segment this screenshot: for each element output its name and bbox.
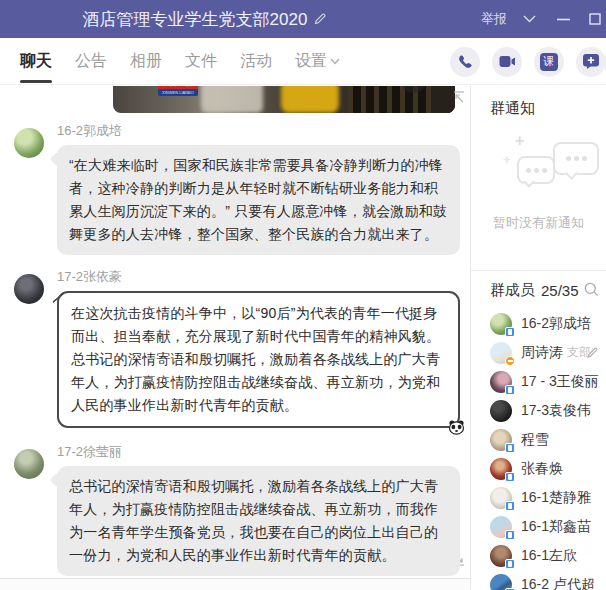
member-name: 16-2郭成培 [521,315,591,333]
member-row[interactable]: 张春焕 [471,454,606,483]
member-row[interactable]: 17-3袁俊伟 [471,396,606,425]
members-title: 群成员 [490,281,535,300]
decor-bubble-icon [517,156,555,184]
member-avatar [490,371,512,393]
member-avatar [490,400,512,422]
member-name: 张春焕 [521,460,563,478]
member-name: 16-1左欣 [521,547,577,565]
member-name: 程雪 [521,431,549,449]
mobile-online-badge [505,472,515,482]
message-sender: 17-2徐莹丽 [57,443,470,461]
titlebar-chevron-down-icon[interactable] [518,0,540,38]
maximize-button[interactable] [584,0,606,38]
member-avatar [490,458,512,480]
mobile-online-badge [505,559,515,569]
chat-message: 16-2郭成培 “在大难来临时，国家和民族非常需要具备冷静判断力的冲锋者，这种冷… [0,122,470,255]
bubble-tail [50,473,64,487]
no-notice-text: 暂时没有新通知 [471,214,606,232]
member-avatar [490,545,512,567]
group-chat-window: 酒店管理专业学生党支部2020 举报 聊天 公告 相册 文件 活动 [0,0,606,590]
tab-settings[interactable]: 设置 [295,38,340,85]
message-bubble[interactable]: “在大难来临时，国家和民族非常需要具备冷静判断力的冲锋者，这种冷静的判断力是从年… [57,145,460,255]
tab-activity[interactable]: 活动 [240,38,272,85]
report-button[interactable]: 举报 [481,0,507,38]
tab-announcement-label: 公告 [75,51,107,72]
bubble-tail [50,152,64,166]
tab-files[interactable]: 文件 [185,38,217,85]
video-thumb-figure [201,86,263,113]
tabs: 聊天 公告 相册 文件 活动 设置 [20,38,340,85]
section-divider [471,270,606,271]
news-logo-subtext: XINWEN LIANBO [158,89,198,96]
mobile-online-badge [505,327,515,337]
decor-plus-icon: + [515,132,524,150]
member-row[interactable]: 16-1楚静雅 [471,483,606,512]
tab-announcement[interactable]: 公告 [75,38,107,85]
avatar[interactable] [14,449,44,479]
input-toolbar-partial[interactable] [0,579,470,590]
member-avatar [490,313,512,335]
tab-settings-label: 设置 [295,51,327,72]
member-name: 周诗涛 [521,344,563,362]
decor-plus-icon: + [503,152,511,167]
panda-bubble-decoration-icon [448,419,465,435]
member-name: 16-1楚静雅 [521,489,591,507]
class-icon: 课 [540,53,558,71]
tab-bar: 聊天 公告 相册 文件 活动 设置 课 [0,38,606,85]
chat-message: 17-2张依豪 在这次抗击疫情的斗争中，以“90后”为代表的青年一代挺身而出、担… [0,268,470,428]
message-sender: 16-2郭成培 [57,122,470,140]
member-row[interactable]: 周诗涛 支部书记 [471,338,606,367]
settings-chevron-down-icon [330,58,340,65]
member-row[interactable]: 16-2 卢代超 [471,570,606,590]
member-row[interactable]: 程雪 [471,425,606,454]
member-avatar [490,574,512,590]
member-row[interactable]: 16-1左欣 [471,541,606,570]
mobile-online-badge [505,530,515,540]
message-text: “在大难来临时，国家和民族非常需要具备冷静判断力的冲锋者，这种冷静的判断力是从年… [69,157,447,242]
tab-album[interactable]: 相册 [130,38,162,85]
empty-notice-illustration: + + [489,134,599,200]
voice-call-button[interactable] [450,47,480,77]
message-bubble-styled[interactable]: 在这次抗击疫情的斗争中，以“90后”为代表的青年一代挺身而出、担当奉献，充分展现… [57,291,460,428]
minimize-button[interactable] [552,0,574,38]
video-camera-icon [499,55,516,68]
call-toolbar: 课 [450,38,606,85]
member-avatar [490,487,512,509]
message-sender: 17-2张依豪 [57,268,470,286]
jump-to-top-arrow-icon[interactable] [451,89,467,105]
bubble-tail [52,293,64,304]
decor-bubble-icon [553,142,599,175]
tab-album-label: 相册 [130,51,162,72]
message-bubble[interactable]: 总书记的深情寄语和殷切嘱托，激励着各条战线上的广大青年人，为打赢疫情防控阻击战继… [57,466,460,576]
member-avatar [490,516,512,538]
active-tab-underline [20,80,52,83]
member-row[interactable]: 17 - 3王俊丽 [471,367,606,396]
class-button[interactable]: 课 [534,47,564,77]
plus-bubble-icon [582,53,600,70]
mobile-online-badge [505,385,515,395]
member-avatar [490,342,512,364]
edit-member-card-icon[interactable] [586,346,599,359]
title-bar: 酒店管理专业学生党支部2020 举报 [0,0,606,38]
shared-video-thumbnail[interactable]: 新闻联播 XINWEN LIANBO + [113,86,455,113]
member-row[interactable]: 16-2郭成培 [471,309,606,338]
members-header: 群成员 25/35 [490,281,579,300]
edit-title-icon[interactable] [313,12,327,26]
tab-activity-label: 活动 [240,51,272,72]
avatar[interactable] [14,128,44,158]
chat-message-area: 新闻联播 XINWEN LIANBO + 16-2郭成培 “在大难来临时，国家和… [0,86,470,578]
member-search-icon[interactable] [584,282,599,297]
member-name: 17-3袁俊伟 [521,402,591,420]
tab-chat[interactable]: 聊天 [20,38,52,85]
video-call-button[interactable] [492,47,522,77]
new-topic-button[interactable] [576,47,606,77]
member-row[interactable]: 16-1郑鑫苗 [471,512,606,541]
group-title: 酒店管理专业学生党支部2020 [83,8,308,31]
video-thumb-highlight [281,86,339,113]
group-notice-panel: 群通知 + + 暂时没有新通知 [471,86,606,270]
member-name: 16-2 卢代超 [521,576,595,590]
mobile-online-badge [505,501,515,511]
mobile-online-badge [505,443,515,453]
avatar[interactable] [14,274,44,304]
busy-status-badge [505,356,515,366]
